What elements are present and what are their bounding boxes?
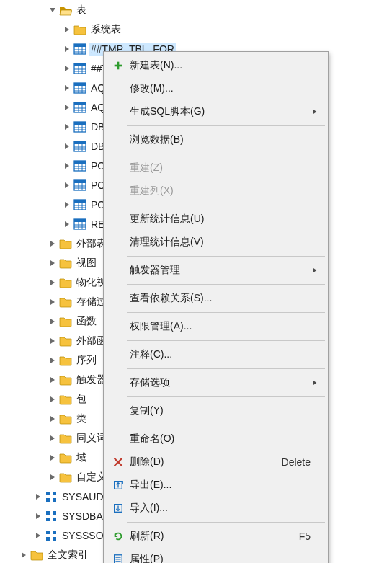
menu-separator: [127, 205, 325, 205]
submenu-arrow-icon: [311, 109, 319, 115]
menu-item[interactable]: 重命名(O): [105, 427, 326, 451]
tree-item-label: 函数: [75, 314, 98, 329]
schema-icon: [45, 490, 58, 503]
tree-item[interactable]: 系统表: [0, 19, 202, 39]
menu-item[interactable]: 查看依赖关系(S)...: [105, 287, 326, 310]
tree-item-label: 包: [75, 392, 88, 407]
caret-right-icon[interactable]: [48, 278, 58, 288]
menu-item-label: 更新统计信息(U): [127, 213, 305, 226]
caret-right-icon[interactable]: [33, 492, 43, 502]
tree-item[interactable]: 表: [0, 0, 202, 19]
tree-item-label: SYSDBA: [61, 510, 104, 523]
menu-item[interactable]: 更新统计信息(U): [105, 208, 326, 231]
menu-item[interactable]: 导出(E)...: [105, 474, 326, 497]
caret-right-icon[interactable]: [48, 433, 58, 443]
menu-item[interactable]: 删除(D)Delete: [105, 451, 326, 474]
caret-right-icon[interactable]: [62, 44, 72, 54]
caret-right-icon[interactable]: [48, 239, 58, 249]
caret-right-icon[interactable]: [62, 200, 72, 210]
menu-item[interactable]: 权限管理(A)...: [105, 315, 326, 338]
tree-item-label: 表: [75, 3, 88, 17]
context-menu: 新建表(N)...修改(M)...生成SQL脚本(G)浏览数据(B)重建(Z)重…: [103, 51, 329, 563]
caret-right-icon[interactable]: [48, 316, 58, 327]
menu-item-label: 重建列(X): [127, 185, 305, 198]
tree-item-label: 序列: [75, 353, 98, 368]
caret-right-icon[interactable]: [62, 219, 72, 229]
table-icon: [74, 43, 86, 56]
refresh-icon: [110, 531, 127, 542]
menu-separator: [127, 368, 325, 369]
menu-item: 重建(Z): [105, 156, 326, 179]
menu-item-label: 重建(Z): [127, 161, 305, 174]
tree-item-label: 类: [75, 412, 88, 426]
menu-item[interactable]: 刷新(R)F5: [105, 525, 326, 548]
caret-right-icon[interactable]: [33, 511, 43, 521]
import-icon: [110, 502, 127, 514]
table-icon: [74, 179, 86, 192]
table-icon: [74, 120, 86, 133]
menu-item[interactable]: 存储选项: [105, 371, 326, 394]
menu-item-label: 清理统计信息(V): [127, 236, 305, 249]
menu-item[interactable]: 修改(M)...: [105, 77, 326, 100]
menu-item-label: 注释(C)...: [127, 348, 305, 361]
menu-item-label: 导入(I)...: [127, 502, 305, 515]
caret-right-icon[interactable]: [62, 141, 72, 151]
menu-separator: [127, 396, 325, 397]
menu-separator: [127, 125, 325, 126]
caret-right-icon[interactable]: [48, 375, 58, 385]
folder-icon: [59, 334, 72, 347]
folder-icon: [74, 23, 86, 36]
caret-right-icon[interactable]: [62, 122, 72, 132]
caret-right-icon[interactable]: [48, 472, 58, 482]
tree-item-label: SYSSSO: [61, 529, 105, 542]
menu-item-label: 删除(D): [127, 456, 276, 469]
caret-right-icon[interactable]: [48, 394, 58, 404]
caret-right-icon[interactable]: [62, 102, 72, 112]
menu-item-label: 生成SQL脚本(G): [127, 105, 305, 118]
caret-right-icon[interactable]: [48, 297, 58, 307]
menu-item[interactable]: 注释(C)...: [105, 343, 326, 366]
menu-item[interactable]: 生成SQL脚本(G): [105, 100, 326, 123]
menu-item[interactable]: 浏览数据(B): [105, 128, 326, 151]
menu-item[interactable]: 清理统计信息(V): [105, 231, 326, 254]
menu-item: 重建列(X): [105, 179, 326, 203]
caret-right-icon[interactable]: [48, 336, 58, 346]
caret-right-icon[interactable]: [62, 161, 72, 171]
folder-icon: [59, 354, 72, 367]
menu-item[interactable]: 触发器管理: [105, 259, 326, 282]
delete-icon: [110, 456, 127, 468]
caret-right-icon[interactable]: [48, 355, 58, 365]
caret-right-icon[interactable]: [62, 25, 72, 35]
table-icon: [74, 159, 86, 172]
folder-icon: [59, 471, 72, 484]
menu-item-label: 权限管理(A)...: [127, 320, 305, 333]
folder-open-icon: [59, 4, 72, 17]
caret-down-icon[interactable]: [48, 5, 58, 15]
caret-right-icon[interactable]: [33, 531, 43, 541]
export-icon: [110, 479, 127, 491]
submenu-arrow-icon: [311, 380, 319, 386]
menu-item[interactable]: 导入(I)...: [105, 497, 326, 520]
caret-right-icon[interactable]: [62, 63, 72, 74]
folder-icon: [59, 237, 72, 250]
menu-item[interactable]: 新建表(N)...: [105, 54, 326, 77]
menu-item[interactable]: 属性(P): [105, 548, 326, 563]
caret-right-icon[interactable]: [48, 258, 58, 268]
menu-item[interactable]: 复制(Y): [105, 399, 326, 422]
table-icon: [74, 140, 86, 153]
schema-icon: [45, 529, 58, 542]
table-icon: [74, 198, 86, 211]
caret-right-icon[interactable]: [48, 414, 58, 424]
caret-right-icon[interactable]: [48, 453, 58, 463]
menu-item-label: 浏览数据(B): [127, 133, 305, 146]
caret-right-icon[interactable]: [62, 180, 72, 190]
folder-icon: [59, 373, 72, 386]
table-icon: [74, 101, 86, 114]
caret-right-icon[interactable]: [19, 550, 29, 560]
menu-separator: [127, 522, 325, 523]
menu-item-label: 重命名(O): [127, 433, 305, 445]
table-icon: [74, 218, 86, 231]
folder-icon: [59, 412, 72, 425]
tree-item-label: 域: [75, 451, 88, 465]
caret-right-icon[interactable]: [62, 83, 72, 93]
